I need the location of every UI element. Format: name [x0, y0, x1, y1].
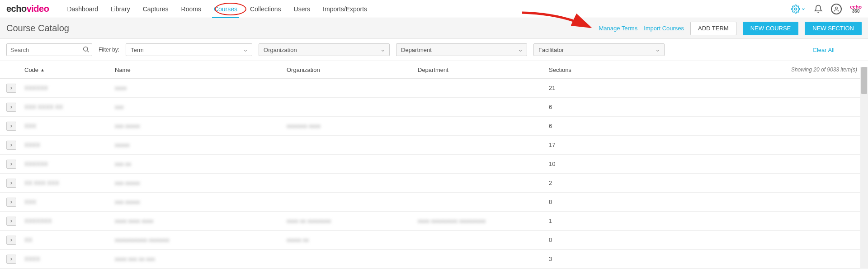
user-icon — [833, 6, 840, 12]
page-title: Course Catalog — [6, 23, 69, 33]
search-icon[interactable] — [82, 46, 90, 53]
settings-menu[interactable] — [791, 5, 806, 14]
filter-by-label: Filter by: — [99, 47, 119, 53]
cell-sections: 1 — [549, 218, 621, 224]
manage-terms-link[interactable]: Manage Terms — [599, 25, 637, 32]
cell-name: xxx xxxxx — [115, 123, 140, 129]
svg-line-3 — [87, 51, 89, 52]
expand-row-button[interactable] — [6, 179, 16, 188]
col-header-department[interactable]: Department — [418, 66, 549, 73]
add-term-button[interactable]: ADD TERM — [690, 22, 736, 35]
search-input[interactable] — [6, 43, 92, 56]
cell-sections: 6 — [549, 104, 621, 110]
table-row: XXXXXXxxx xx10 — [0, 155, 868, 174]
cell-sections: 3 — [549, 256, 621, 262]
cell-code: XXXX — [24, 256, 40, 262]
table-header: Code ▲ Name Organization Department Sect… — [0, 61, 868, 79]
table-body: XXXXXXxxxx21XXX XXXX XXxxx6XXXxxx xxxxxx… — [0, 79, 868, 269]
cell-code: XX — [24, 237, 32, 243]
cell-name: xxxxxxxxxxx xxxxxxx — [115, 237, 170, 243]
cell-code: XXX — [24, 123, 36, 129]
expand-row-button[interactable] — [6, 122, 16, 131]
nav-courses[interactable]: Courses — [208, 0, 244, 18]
col-header-sections[interactable]: Sections — [549, 66, 621, 73]
cell-sections: 10 — [549, 161, 621, 167]
cell-organization: xxxxxxx xxxx — [287, 123, 321, 129]
user-avatar[interactable] — [831, 4, 842, 14]
cell-name: xxxx — [115, 85, 127, 91]
bell-icon[interactable] — [814, 5, 823, 14]
nav-library[interactable]: Library — [104, 0, 137, 18]
department-select[interactable]: Department — [396, 43, 527, 56]
col-header-name[interactable]: Name — [115, 66, 287, 73]
cell-name: xxx xxxxx — [115, 180, 140, 186]
table-row: XX XXX XXXxxx xxxxx2 — [0, 174, 868, 193]
table-row: XXXXXXXxxxx xxxx xxxxxxxx xx xxxxxxxxxxx… — [0, 212, 868, 231]
new-section-button[interactable]: NEW SECTION — [805, 22, 862, 35]
main-nav: Dashboard Library Captures Rooms Courses… — [61, 0, 373, 18]
col-header-code[interactable]: Code ▲ — [24, 66, 115, 73]
cell-code: XXXXXXX — [24, 218, 52, 224]
scrollbar-thumb[interactable] — [861, 67, 867, 94]
table-row: XXX XXXX XXxxx6 — [0, 98, 868, 117]
nav-captures[interactable]: Captures — [137, 0, 175, 18]
chevron-down-icon — [801, 7, 806, 11]
cell-name: xxx xxxxx — [115, 199, 140, 205]
logo[interactable]: echovideo — [6, 4, 49, 14]
facilitator-select[interactable]: Facilitator — [533, 43, 665, 56]
organization-select[interactable]: Organization — [259, 43, 390, 56]
table-row: XXXXxxxx xxx xx xxx3 — [0, 250, 868, 269]
import-courses-link[interactable]: Import Courses — [644, 25, 684, 32]
col-header-organization[interactable]: Organization — [287, 66, 418, 73]
top-right-controls: echo 360 — [791, 4, 862, 14]
table-row: XXXxxx xxxxxxxxxxxx xxxx6 — [0, 117, 868, 136]
expand-row-button[interactable] — [6, 84, 16, 93]
top-nav: echovideo Dashboard Library Captures Roo… — [0, 0, 868, 18]
cell-sections: 6 — [549, 123, 621, 129]
scrollbar[interactable] — [860, 67, 868, 269]
expand-row-button[interactable] — [6, 141, 16, 150]
search-box — [6, 43, 92, 56]
nav-dashboard[interactable]: Dashboard — [61, 0, 104, 18]
cell-sections: 17 — [549, 142, 621, 148]
svg-point-2 — [84, 47, 88, 51]
result-count: Showing 20 of 9033 item(s) — [791, 66, 857, 73]
term-select-label: Term — [131, 47, 144, 53]
clear-all-link[interactable]: Clear All — [813, 47, 862, 53]
expand-row-button[interactable] — [6, 236, 16, 245]
cell-sections: 2 — [549, 180, 621, 186]
gear-icon — [791, 5, 800, 14]
nav-collections[interactable]: Collections — [244, 0, 287, 18]
department-select-label: Department — [401, 47, 432, 53]
nav-users[interactable]: Users — [288, 0, 317, 18]
term-select[interactable]: Term — [126, 43, 252, 56]
cell-code: XXXXXX — [24, 161, 48, 167]
sub-header: Course Catalog Manage Terms Import Cours… — [0, 18, 868, 39]
facilitator-select-label: Facilitator — [538, 47, 564, 53]
chevron-down-icon — [518, 48, 523, 53]
cell-name: xxx — [115, 104, 124, 110]
expand-row-button[interactable] — [6, 160, 16, 169]
expand-row-button[interactable] — [6, 217, 16, 226]
cell-code: XXXXXX — [24, 85, 48, 91]
svg-point-0 — [795, 8, 797, 10]
logo-part2: video — [27, 4, 49, 14]
nav-rooms[interactable]: Rooms — [175, 0, 208, 18]
filter-row: Filter by: Term Organization Department … — [0, 39, 868, 61]
cell-sections: 8 — [549, 199, 621, 205]
cell-code: XXX XXXX XX — [24, 104, 63, 110]
cell-organization: xxxx xx xxxxxxxx — [287, 218, 331, 224]
new-course-button[interactable]: NEW COURSE — [743, 22, 799, 35]
nav-imports-exports[interactable]: Imports/Exports — [316, 0, 373, 18]
expand-row-button[interactable] — [6, 103, 16, 112]
brand-badge[interactable]: echo 360 — [850, 5, 862, 14]
cell-sections: 21 — [549, 85, 621, 91]
cell-name: xxxx xxxx xxxx — [115, 218, 153, 224]
chevron-down-icon — [243, 48, 248, 53]
cell-name: xxxxx — [115, 142, 130, 148]
svg-point-1 — [835, 7, 838, 9]
expand-row-button[interactable] — [6, 255, 16, 264]
sort-asc-icon: ▲ — [40, 67, 45, 72]
expand-row-button[interactable] — [6, 198, 16, 207]
table-row: XXXXXXxxxx21 — [0, 79, 868, 98]
